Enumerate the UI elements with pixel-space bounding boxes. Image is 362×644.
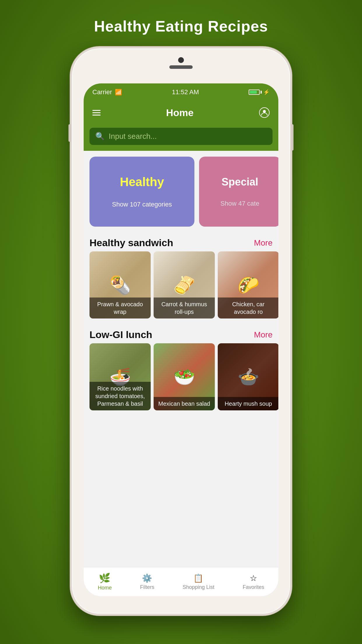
carrier-text: Carrier xyxy=(92,88,112,96)
filters-icon: ⚙️ xyxy=(142,573,152,583)
recipe-name-rice: Rice noodles with sundried tomatoes, Par… xyxy=(89,382,151,410)
phone-frame: Carrier 📶 11:52 AM ⚡ xyxy=(70,47,292,615)
recipe-scroll-sandwich[interactable]: 🌯 Prawn & avocado wrap 🫔 Carrot & hummus… xyxy=(84,251,278,324)
favorites-label: Favorites xyxy=(242,584,264,590)
section-header-lunch: Low-GI lunch More xyxy=(84,324,278,343)
section-title-lunch: Low-GI lunch xyxy=(89,329,152,340)
recipe-card-carrot[interactable]: 🫔 Carrot & hummus roll-ups xyxy=(154,251,215,318)
recipe-name-soup: Hearty mush soup xyxy=(218,397,278,410)
hamburger-menu-icon[interactable] xyxy=(92,110,101,116)
page-title: Healthy Eating Recipes xyxy=(94,18,268,35)
nav-title: Home xyxy=(166,107,194,118)
category-card-special[interactable]: Special Show 47 cate xyxy=(199,157,278,227)
home-icon: 🌿 xyxy=(99,573,110,584)
recipe-name-carrot: Carrot & hummus roll-ups xyxy=(154,298,215,318)
healthy-card-subtitle: Show 107 categories xyxy=(112,201,172,208)
content-area: Healthy Show 107 categories Special Show… xyxy=(84,151,278,416)
user-profile-icon[interactable] xyxy=(259,107,270,118)
phone-screen: Carrier 📶 11:52 AM ⚡ xyxy=(84,83,278,596)
time-display: 11:52 AM xyxy=(172,88,199,96)
battery-icon: ⚡ xyxy=(249,89,270,95)
status-bar: Carrier 📶 11:52 AM ⚡ xyxy=(84,83,278,101)
section-title-sandwich: Healthy sandwich xyxy=(89,237,173,249)
phone-camera xyxy=(178,57,184,63)
recipe-name-salad: Mexican bean salad xyxy=(154,397,215,410)
search-container: 🔍 Input search... xyxy=(84,124,278,151)
section-more-sandwich[interactable]: More xyxy=(254,238,273,248)
wifi-icon: 📶 xyxy=(115,89,122,96)
nav-item-shopping-list[interactable]: 📋 Shopping List xyxy=(182,573,214,590)
recipe-card-prawn[interactable]: 🌯 Prawn & avocado wrap xyxy=(89,251,151,318)
battery-body xyxy=(249,90,260,95)
status-left: Carrier 📶 xyxy=(92,88,122,96)
category-card-healthy[interactable]: Healthy Show 107 categories xyxy=(89,157,194,227)
section-more-lunch[interactable]: More xyxy=(254,330,273,340)
recipe-scroll-lunch[interactable]: 🍜 Rice noodles with sundried tomatoes, P… xyxy=(84,343,278,416)
category-scroll[interactable]: Healthy Show 107 categories Special Show… xyxy=(84,151,278,232)
favorites-icon: ☆ xyxy=(250,573,257,583)
home-label: Home xyxy=(98,585,112,591)
healthy-card-title: Healthy xyxy=(120,175,164,189)
nav-item-favorites[interactable]: ☆ Favorites xyxy=(242,573,264,590)
battery-fill xyxy=(250,91,257,94)
status-right: ⚡ xyxy=(249,89,270,95)
phone-top-bar xyxy=(169,57,193,69)
recipe-name-chicken: Chicken, car avocado ro xyxy=(218,298,278,318)
svg-point-0 xyxy=(263,110,266,113)
filters-label: Filters xyxy=(140,584,154,590)
phone-speaker xyxy=(169,65,193,69)
recipe-card-chicken[interactable]: 🌮 Chicken, car avocado ro xyxy=(218,251,278,318)
special-card-subtitle: Show 47 cate xyxy=(220,200,259,207)
section-header-sandwich: Healthy sandwich More xyxy=(84,232,278,251)
lightning-icon: ⚡ xyxy=(263,89,270,95)
search-icon: 🔍 xyxy=(95,132,105,141)
special-card-title: Special xyxy=(222,176,258,188)
nav-item-home[interactable]: 🌿 Home xyxy=(98,573,112,591)
battery-tip xyxy=(261,91,262,94)
shopping-list-label: Shopping List xyxy=(182,584,214,590)
recipe-card-soup[interactable]: 🍲 Hearty mush soup xyxy=(218,343,278,410)
recipe-name-prawn: Prawn & avocado wrap xyxy=(89,298,151,318)
bottom-nav: 🌿 Home ⚙️ Filters 📋 Shopping List ☆ Favo… xyxy=(84,567,278,596)
search-bar[interactable]: 🔍 Input search... xyxy=(89,128,273,145)
app-nav-bar: Home xyxy=(84,101,278,124)
recipe-card-salad[interactable]: 🥗 Mexican bean salad xyxy=(154,343,215,410)
recipe-card-rice[interactable]: 🍜 Rice noodles with sundried tomatoes, P… xyxy=(89,343,151,410)
phone-device: Carrier 📶 11:52 AM ⚡ xyxy=(70,47,292,615)
search-placeholder: Input search... xyxy=(109,132,157,141)
shopping-list-icon: 📋 xyxy=(193,573,203,583)
nav-item-filters[interactable]: ⚙️ Filters xyxy=(140,573,154,590)
